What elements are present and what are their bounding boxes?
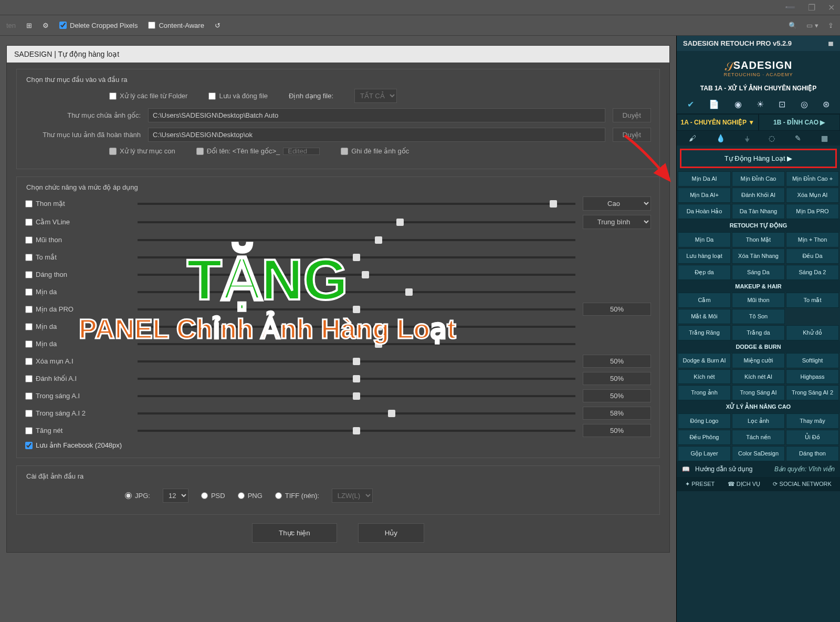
panel-action-button[interactable]: Xóa Tàn Nhang <box>732 248 785 264</box>
panel-action-button[interactable]: Trong ảnh <box>678 385 731 400</box>
grid-icon[interactable]: ⊞ <box>26 22 32 29</box>
panel-action-button[interactable]: Đóng Logo <box>678 413 731 429</box>
delete-cropped-checkbox[interactable]: Delete Cropped Pixels <box>59 22 138 29</box>
process-folder-checkbox[interactable]: Xử lý các file từ Folder <box>109 92 187 100</box>
brush2-icon[interactable]: 🖌 <box>689 134 696 142</box>
feature-slider[interactable] <box>138 219 575 226</box>
jpg-radio[interactable]: JPG: <box>125 492 150 500</box>
share-icon[interactable]: ⇪ <box>828 22 834 29</box>
feature-checkbox[interactable]: Xóa mụn A.I <box>25 357 130 365</box>
feature-checkbox[interactable]: Mịn da <box>25 340 130 348</box>
auto-batch-button[interactable]: Tự Động Hàng Loạt ▶ <box>680 149 837 168</box>
src-folder-input[interactable] <box>148 108 605 122</box>
rename-suffix-input[interactable] <box>283 148 320 155</box>
panel-action-button[interactable]: Lọc ảnh <box>732 413 785 429</box>
stamp-icon[interactable]: ⏚ <box>745 134 749 142</box>
aperture-icon[interactable]: ◉ <box>734 99 742 109</box>
brightness-icon[interactable]: ☀ <box>757 99 764 109</box>
panel-action-button[interactable]: Đánh Khối AI <box>732 188 785 203</box>
panel-action-button[interactable]: Ủi Đồ <box>786 430 839 445</box>
panel-menu-icon[interactable]: ≣ <box>828 39 834 47</box>
feature-checkbox[interactable]: Trong sáng A.I <box>25 392 130 400</box>
feature-level-select[interactable]: Cao <box>583 196 651 211</box>
preset-link[interactable]: ✦ PRESET <box>685 481 715 488</box>
panel-action-button[interactable]: Tách nền <box>732 430 785 445</box>
feature-slider[interactable] <box>138 200 575 208</box>
jpg-quality-select[interactable]: 12 <box>163 489 188 503</box>
feature-checkbox[interactable]: Thon mặt <box>25 200 130 208</box>
heal-icon[interactable]: ◌ <box>769 134 775 142</box>
feature-checkbox[interactable]: Mịn da <box>25 323 130 330</box>
feature-checkbox[interactable]: To mắt <box>25 253 130 261</box>
feature-checkbox[interactable]: Tăng nét <box>25 427 130 434</box>
panel-action-button[interactable]: Mịn Da PRO <box>786 204 839 219</box>
dst-folder-input[interactable] <box>148 128 605 142</box>
panel-action-button[interactable]: Lưu hàng loạt <box>678 248 731 264</box>
panel-action-button[interactable]: Mắt & Môi <box>678 309 731 324</box>
feature-slider[interactable] <box>138 288 575 296</box>
feature-slider[interactable] <box>138 306 575 313</box>
feature-slider[interactable] <box>138 410 575 417</box>
tiff-compression-select[interactable]: LZW(L) <box>332 489 373 503</box>
cancel-button[interactable]: Hủy <box>358 523 424 543</box>
overlap-icon[interactable]: ◎ <box>801 99 808 109</box>
service-link[interactable]: ☎ DỊCH VỤ <box>728 481 760 488</box>
book-icon[interactable]: 📖 <box>682 465 690 473</box>
social-link[interactable]: ⟳ SOCIAL NETWORK <box>773 481 831 488</box>
panel-action-button[interactable]: Đều Phông <box>678 430 731 445</box>
feature-slider[interactable] <box>138 375 575 382</box>
panel-action-button[interactable]: Thon Mặt <box>732 232 785 247</box>
maximize-icon[interactable]: ❐ <box>808 3 815 13</box>
feature-checkbox[interactable]: Đánh khối A.I <box>25 375 130 382</box>
chip-icon[interactable]: ▦ <box>821 134 828 142</box>
panel-action-button[interactable]: Trắng Răng <box>678 325 731 340</box>
panel-action-button[interactable]: Cằm <box>678 293 731 308</box>
panel-action-button[interactable]: Dodge & Burn AI <box>678 353 731 368</box>
browse-src-button[interactable]: Duyệt <box>613 108 651 122</box>
panel-action-button[interactable]: Gộp Layer <box>678 446 731 461</box>
panel-action-button[interactable]: Highpass <box>786 369 839 384</box>
gear-icon[interactable]: ⚙ <box>43 22 49 29</box>
pen-icon[interactable]: ✎ <box>795 134 801 142</box>
png-radio[interactable]: PNG <box>238 492 262 500</box>
panel-action-button[interactable]: Kích nét AI <box>732 369 785 384</box>
browse-dst-button[interactable]: Duyệt <box>613 128 651 142</box>
feature-level-select[interactable]: Trung bình <box>583 215 651 229</box>
subfolder-checkbox[interactable]: Xử lý thư mục con <box>109 147 175 155</box>
tab-1b-button[interactable]: 1B - ĐỈNH CAO ▶ <box>759 114 841 131</box>
save-facebook-checkbox[interactable]: Lưu ảnh Facebook (2048px) <box>25 441 651 449</box>
content-aware-checkbox[interactable]: Content-Aware <box>148 22 204 29</box>
execute-button[interactable]: Thực hiện <box>252 523 337 543</box>
panel-action-button[interactable]: Softlight <box>786 353 839 368</box>
panel-action-button[interactable]: To mắt <box>786 293 839 308</box>
panel-action-button[interactable]: Mũi thon <box>732 293 785 308</box>
feature-checkbox[interactable]: Dáng thon <box>25 271 130 278</box>
feature-checkbox[interactable]: Trong sáng A.I 2 <box>25 409 130 417</box>
overwrite-checkbox[interactable]: Ghi đè file ảnh gốc <box>341 147 409 155</box>
feature-slider[interactable] <box>138 340 575 348</box>
brush-icon[interactable]: ✔ <box>687 99 694 109</box>
file-format-select[interactable]: TẤT CẢ <box>354 89 397 103</box>
tiff-radio[interactable]: TIFF (nén): <box>275 492 319 500</box>
save-close-checkbox[interactable]: Lưu và đóng file <box>208 92 268 100</box>
panel-action-button[interactable]: Đẹp da <box>678 265 731 280</box>
workspace-icon[interactable]: ▭ ▾ <box>806 22 818 29</box>
globe-icon[interactable]: ⊛ <box>823 99 830 109</box>
panel-action-button[interactable]: Trắng da <box>732 325 785 340</box>
panel-action-button[interactable]: Trong Sáng AI 2 <box>786 385 839 400</box>
panel-action-button[interactable]: Xóa Mụn AI <box>786 188 839 203</box>
tab-1a-button[interactable]: 1A - CHUYÊN NGHIỆP ▼ <box>677 114 759 131</box>
panel-action-button[interactable]: Trong Sáng AI <box>732 385 785 400</box>
guide-link[interactable]: Hướng dẫn sử dụng <box>695 465 752 473</box>
reset-icon[interactable]: ↺ <box>215 22 220 29</box>
panel-action-button[interactable]: Da Tàn Nhang <box>732 204 785 219</box>
panel-action-button[interactable]: Khử đỏ <box>786 325 839 340</box>
doc-icon[interactable]: 📄 <box>709 99 719 109</box>
feature-slider[interactable] <box>138 427 575 434</box>
panel-action-button[interactable]: Kích nét <box>678 369 731 384</box>
feature-checkbox[interactable]: Mịn da PRO <box>25 305 130 313</box>
panel-action-button[interactable]: Mịn Đỉnh Cao <box>732 171 785 186</box>
close-icon[interactable]: ✕ <box>828 3 835 13</box>
panel-action-button[interactable]: Sáng Da <box>732 265 785 280</box>
feature-checkbox[interactable]: Mịn da <box>25 288 130 296</box>
